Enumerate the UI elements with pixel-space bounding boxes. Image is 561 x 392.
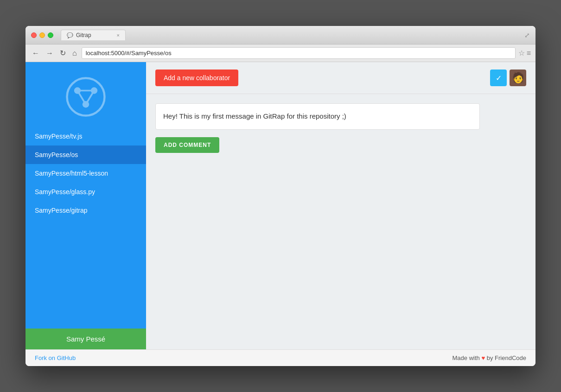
traffic-lights: [31, 32, 53, 38]
heart-icon: ♥: [481, 354, 485, 361]
tab-title: Gitrap: [76, 32, 91, 38]
sidebar-item-tv[interactable]: SamyPesse/tv.js: [26, 127, 146, 145]
nav-bar: ← → ↻ ⌂ localhost:5000/#/SamyPesse/os ☆ …: [26, 44, 536, 62]
address-bar[interactable]: localhost:5000/#/SamyPesse/os: [82, 47, 516, 59]
menu-button[interactable]: ≡: [527, 49, 531, 57]
browser-footer: Fork on GitHub Made with ♥ by FriendCode: [26, 349, 536, 366]
add-comment-button[interactable]: ADD COMMENT: [155, 137, 219, 153]
star-button[interactable]: ☆: [518, 49, 525, 57]
header-icons: ✓ 🧑: [490, 70, 526, 86]
fork-github-link[interactable]: Fork on GitHub: [35, 354, 76, 361]
minimize-button[interactable]: [39, 32, 45, 38]
expand-icon[interactable]: ⤢: [524, 32, 530, 39]
svg-line-6: [86, 91, 94, 105]
comment-text: Hey! This is my first message in GitRap …: [163, 112, 346, 120]
browser-window: 💬 Gitrap × ⤢ ← → ↻ ⌂ localhost:5000/#/Sa…: [26, 26, 536, 366]
by-text: by FriendCode: [487, 354, 526, 361]
main-content: Add a new collaborator ✓ 🧑 Hey! This is …: [146, 62, 536, 349]
sidebar-logo: [26, 62, 146, 127]
comment-message-box: Hey! This is my first message in GitRap …: [155, 103, 480, 130]
nav-actions: ☆ ≡: [518, 49, 531, 57]
sidebar-item-html5[interactable]: SamyPesse/html5-lesson: [26, 164, 146, 183]
tab-bar: 💬 Gitrap ×: [61, 30, 521, 40]
url-text: localhost:5000/#/SamyPesse/os: [86, 50, 172, 57]
sidebar-user[interactable]: Samy Pessé: [26, 329, 146, 349]
sidebar-item-gitrap[interactable]: SamyPesse/gitrap: [26, 201, 146, 220]
bell-icon: ✓: [496, 74, 502, 82]
tab-favicon: 💬: [67, 32, 73, 38]
reload-button[interactable]: ↻: [58, 48, 68, 58]
made-with-text: Made with: [453, 354, 480, 361]
sidebar-item-os[interactable]: SamyPesse/os: [26, 145, 146, 164]
tab-close-btn[interactable]: ×: [117, 32, 120, 38]
sidebar-nav: SamyPesse/tv.js SamyPesse/os SamyPesse/h…: [26, 127, 146, 329]
sidebar-item-glass[interactable]: SamyPesse/glass.py: [26, 183, 146, 201]
back-button[interactable]: ←: [30, 48, 41, 58]
svg-point-0: [67, 78, 105, 116]
comment-area: Hey! This is my first message in GitRap …: [146, 94, 536, 349]
notification-button[interactable]: ✓: [490, 70, 507, 86]
username-label: Samy Pessé: [66, 335, 105, 343]
main-header: Add a new collaborator ✓ 🧑: [146, 62, 536, 94]
avatar-image: 🧑: [512, 72, 524, 84]
maximize-button[interactable]: [48, 32, 53, 38]
add-collaborator-button[interactable]: Add a new collaborator: [155, 70, 238, 86]
forward-button[interactable]: →: [44, 48, 55, 58]
gitrap-logo-icon: [65, 76, 107, 118]
sidebar: SamyPesse/tv.js SamyPesse/os SamyPesse/h…: [26, 62, 146, 349]
footer-credit: Made with ♥ by FriendCode: [453, 354, 527, 361]
active-tab[interactable]: 💬 Gitrap ×: [61, 30, 126, 40]
svg-line-5: [77, 91, 86, 105]
content-area: SamyPesse/tv.js SamyPesse/os SamyPesse/h…: [26, 62, 536, 349]
close-button[interactable]: [31, 32, 37, 38]
avatar: 🧑: [510, 70, 526, 86]
home-button[interactable]: ⌂: [70, 48, 79, 58]
title-bar: 💬 Gitrap × ⤢: [26, 26, 536, 44]
